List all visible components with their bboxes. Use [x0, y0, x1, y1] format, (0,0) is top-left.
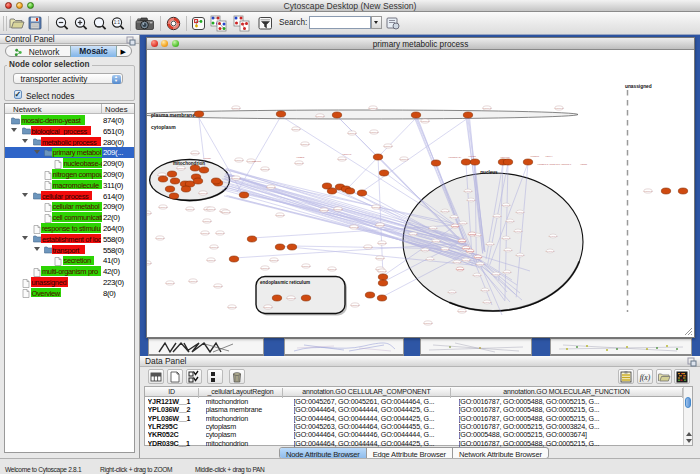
svg-text:Ybr33C(g): Ybr33C(g)	[513, 230, 523, 232]
svg-text:Ybr33C(g): Ybr33C(g)	[347, 132, 357, 134]
svg-text:Ybr33C(g): Ybr33C(g)	[155, 237, 165, 239]
svg-text:Ybr33C(g): Ybr33C(g)	[515, 211, 525, 213]
svg-text:Ybr046W: Ybr046W	[500, 156, 510, 158]
svg-text:Ybr33C(g): Ybr33C(g)	[221, 211, 231, 213]
svg-text:Ybr33C(g): Ybr33C(g)	[428, 227, 438, 229]
svg-text:Ybr33C(g): Ybr33C(g)	[200, 232, 210, 234]
svg-text:Ybr33C(g): Ybr33C(g)	[491, 273, 501, 275]
svg-text:Ybr33C(g): Ybr33C(g)	[447, 291, 457, 293]
svg-text:Ybr33C(g): Ybr33C(g)	[234, 159, 244, 161]
svg-text:endoplasmic reticulum: endoplasmic reticulum	[260, 280, 310, 285]
svg-text:Ybr33C(g): Ybr33C(g)	[165, 282, 175, 284]
svg-text:Ybr33C(g): Ybr33C(g)	[485, 243, 495, 245]
svg-text:Ybr33C(g): Ybr33C(g)	[408, 233, 418, 235]
svg-text:Ygl187: Ygl187	[580, 163, 588, 165]
svg-text:Ygr88W: Ygr88W	[458, 240, 467, 242]
svg-text:Ybr33C(g): Ybr33C(g)	[213, 285, 223, 287]
svg-text:Ybr33C(g): Ybr33C(g)	[231, 107, 241, 109]
svg-text:Ybr33C(g): Ybr33C(g)	[383, 145, 393, 147]
svg-text:Ybr33C(g): Ybr33C(g)	[440, 248, 450, 250]
svg-text:Ybr33C(g): Ybr33C(g)	[315, 115, 325, 117]
svg-text:Ydl004W: Ydl004W	[342, 153, 352, 155]
svg-text:unassigned: unassigned	[625, 84, 652, 89]
svg-text:Ybr33C(g): Ybr33C(g)	[463, 190, 473, 192]
svg-text:Ygr88W: Ygr88W	[451, 225, 460, 227]
svg-text:Ybr33C(g): Ybr33C(g)	[363, 246, 373, 248]
svg-text:Ybr33C(g): Ybr33C(g)	[482, 107, 492, 109]
svg-text:f(x): f(x)	[640, 373, 651, 382]
svg-text:Ybr33C(g): Ybr33C(g)	[269, 259, 279, 261]
svg-text:Ybr33C(g): Ybr33C(g)	[260, 168, 270, 170]
svg-text:Ybr33C(g): Ybr33C(g)	[260, 267, 270, 269]
svg-text:1:1: 1:1	[114, 20, 121, 25]
svg-text:Ybr33C(g): Ybr33C(g)	[263, 306, 273, 308]
svg-text:Ybr33C(g): Ybr33C(g)	[503, 249, 513, 251]
svg-text:Ybr33C(g): Ybr33C(g)	[554, 107, 564, 109]
svg-text:Ybr33C(g): Ybr33C(g)	[275, 214, 285, 216]
svg-text:cytoplasm: cytoplasm	[151, 124, 176, 130]
svg-text:Ybr33C(g): Ybr33C(g)	[449, 216, 459, 218]
svg-text:Ylr038C: Ylr038C	[296, 156, 305, 158]
svg-text:Ybr33C(g): Ybr33C(g)	[209, 246, 219, 248]
svg-text:Ybr33C(g): Ybr33C(g)	[425, 258, 435, 260]
svg-text:Ymr156C (g): Ymr156C (g)	[448, 156, 461, 158]
svg-text:Ybr33C(g): Ybr33C(g)	[371, 206, 381, 208]
svg-text:Ybr33C(g): Ybr33C(g)	[147, 212, 152, 214]
svg-text:Ybr33C(g): Ybr33C(g)	[333, 208, 343, 210]
svg-text:Ybr33C(g): Ybr33C(g)	[472, 274, 482, 276]
svg-text:Ybr33C(g): Ybr33C(g)	[227, 306, 237, 308]
svg-text:Ymr089: Ymr089	[203, 157, 212, 159]
svg-text:Ybr33C(g): Ybr33C(g)	[502, 271, 512, 273]
svg-text:Ybr33C(g): Ybr33C(g)	[176, 167, 186, 169]
svg-text:Yil043C: Yil043C	[468, 155, 476, 157]
svg-text:nucleus: nucleus	[480, 170, 498, 175]
svg-text:Ybr33C(g): Ybr33C(g)	[301, 265, 311, 267]
svg-text:plasma membrane: plasma membrane	[151, 112, 195, 118]
svg-text:Ybr33C(g): Ybr33C(g)	[545, 250, 555, 252]
svg-text:Ygr88W: Ygr88W	[474, 256, 483, 258]
svg-text:Ybr33C(g): Ybr33C(g)	[375, 224, 385, 226]
svg-text:Ybr33C(g): Ybr33C(g)	[327, 268, 337, 270]
svg-text:Ybr33C(g): Ybr33C(g)	[337, 158, 347, 160]
svg-text:Ybr33C(g): Ybr33C(g)	[300, 143, 310, 145]
svg-text:Ybr33C(g): Ybr33C(g)	[185, 208, 195, 210]
svg-text:Ybr33C(g): Ybr33C(g)	[420, 249, 430, 251]
svg-text:Ybr33C(g): Ybr33C(g)	[369, 131, 379, 133]
svg-text:Ybr33C(g): Ybr33C(g)	[461, 259, 471, 261]
svg-text:Ycl040W: Ycl040W	[252, 160, 262, 162]
svg-text:Ybr33C(g): Ybr33C(g)	[423, 322, 433, 324]
svg-text:Ybr33C(g): Ybr33C(g)	[548, 235, 558, 237]
svg-text:Ybr33C(g): Ybr33C(g)	[440, 210, 450, 212]
svg-text:Ybr33C(g): Ybr33C(g)	[501, 237, 511, 239]
svg-text:Ybr33C(g): Ybr33C(g)	[377, 242, 387, 244]
svg-text:Ybr33C(g): Ybr33C(g)	[492, 215, 502, 217]
svg-text:Ybr33C(g): Ybr33C(g)	[231, 177, 241, 179]
svg-text:Ykl150W: Ykl150W	[530, 155, 540, 157]
svg-text:Ybr33C(g): Ybr33C(g)	[350, 304, 360, 306]
svg-text:Ybr33C(g): Ybr33C(g)	[475, 263, 485, 265]
svg-text:Ybr33C(g): Ybr33C(g)	[190, 152, 200, 154]
svg-text:Ybr33C(g): Ybr33C(g)	[349, 226, 359, 228]
svg-text:Ybr33C(g): Ybr33C(g)	[399, 158, 409, 160]
svg-text:Ybr33C(g): Ybr33C(g)	[286, 297, 296, 299]
svg-text:Ygr88W: Ygr88W	[462, 247, 471, 249]
svg-text:Ybr33C(g): Ybr33C(g)	[206, 208, 216, 210]
svg-text:Ybr33C(g): Ybr33C(g)	[147, 262, 152, 264]
svg-text:Ybr33C(g): Ybr33C(g)	[515, 254, 525, 256]
svg-text:Ybr33C(g): Ybr33C(g)	[375, 257, 385, 259]
svg-text:Ybr33C(g): Ybr33C(g)	[505, 220, 515, 222]
svg-text:Ybr33C(g): Ybr33C(g)	[431, 240, 441, 242]
svg-text:Ybr33C(g): Ybr33C(g)	[319, 209, 329, 211]
svg-text:Ybr33C(g): Ybr33C(g)	[157, 174, 167, 176]
svg-text:mitochondrion: mitochondrion	[173, 161, 205, 166]
svg-text:Ybr33C(g): Ybr33C(g)	[158, 206, 168, 208]
svg-text:Ybr33C(g): Ybr33C(g)	[501, 204, 511, 206]
svg-text:Ynl038W-a Ypr124C-b Ydl067C-c: Ynl038W-a Ypr124C-b Ydl067C-c	[537, 163, 572, 165]
svg-text:Ybr33C(g): Ybr33C(g)	[420, 120, 430, 122]
svg-text:Ygr88W: Ygr88W	[468, 233, 477, 235]
svg-text:Ybr33C(g): Ybr33C(g)	[188, 280, 198, 282]
svg-text:Ybr33C(g): Ybr33C(g)	[482, 301, 492, 303]
svg-text:Ybr33C(g): Ybr33C(g)	[202, 220, 212, 222]
svg-text:Ybr33C(g): Ybr33C(g)	[377, 270, 387, 272]
svg-text:Ydr044: Ydr044	[545, 155, 553, 157]
